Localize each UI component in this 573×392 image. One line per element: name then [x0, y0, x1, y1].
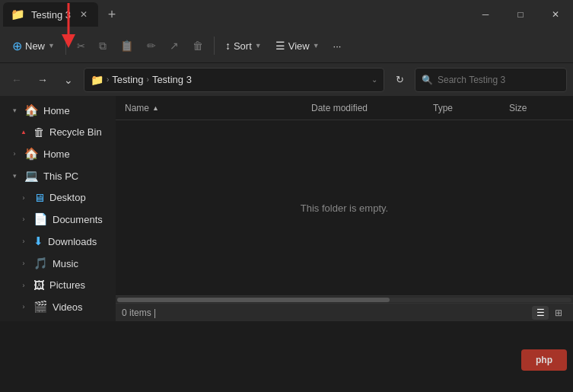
toolbar: ⊕ New ▼ ✂ ⧉ 📋 ✏ ↗ 🗑 ↕ Sort ▼ ☰ — [0, 29, 573, 62]
grid-view-icon: ⊞ — [555, 308, 562, 318]
home-expand-icon: ▾ — [9, 105, 20, 116]
title-bar: 📁 Testing 3 ✕ + ─ □ ✕ — [0, 0, 573, 29]
sidebar-item-home[interactable]: ▾ 🏠 Home — [3, 100, 113, 121]
copy-icon: ⧉ — [99, 40, 107, 53]
tab-close-button[interactable]: ✕ — [77, 8, 91, 21]
desktop-icon: 🖥 — [33, 191, 45, 204]
cut-button[interactable]: ✂ — [71, 37, 91, 55]
downloads-expand-icon: › — [18, 236, 29, 247]
col-header-name[interactable]: Name ▲ — [122, 96, 308, 120]
sidebar-item-home-label: Home — [43, 105, 70, 116]
videos-icon: 🎬 — [33, 300, 48, 314]
sidebar: ▾ 🏠 Home ▲ 🗑 Recycle Bin › 🏠 Home ▾ 💻 Th… — [0, 96, 116, 321]
documents-icon: 📄 — [33, 212, 48, 226]
status-bar: 0 items | ☰ ⊞ — [116, 303, 573, 321]
sidebar-item-home2-label: Home — [43, 148, 70, 160]
new-tab-button[interactable]: + — [101, 4, 123, 25]
path-chevron-2: › — [147, 75, 149, 84]
toolbar-separator-1 — [65, 37, 66, 55]
music-icon: 🎵 — [33, 257, 48, 270]
address-bar: ← → ⌄ 📁 › Testing › Testing 3 ⌄ ↻ 🔍 — [0, 62, 573, 96]
sidebar-item-pictures[interactable]: › 🖼 Pictures — [3, 275, 113, 295]
home2-icon: 🏠 — [24, 147, 39, 161]
main-content: ▾ 🏠 Home ▲ 🗑 Recycle Bin › 🏠 Home ▾ 💻 Th… — [0, 96, 573, 321]
more-button[interactable]: ··· — [327, 37, 348, 55]
sidebar-item-music-label: Music — [53, 258, 78, 269]
sidebar-item-downloads[interactable]: › ⬇ Downloads — [3, 231, 113, 252]
tab-folder-icon: 📁 — [11, 8, 25, 21]
php-watermark: php — [521, 349, 567, 371]
share-button[interactable]: ↗ — [164, 37, 185, 55]
refresh-button[interactable]: ↻ — [389, 69, 410, 91]
sort-icon: ↕ — [225, 40, 231, 52]
list-view-button[interactable]: ☰ — [532, 306, 549, 320]
this-pc-icon: 💻 — [24, 169, 39, 183]
pictures-icon: 🖼 — [33, 279, 45, 292]
empty-message: This folder is empty. — [301, 202, 388, 214]
refresh-icon: ↻ — [396, 74, 404, 85]
minimize-button[interactable]: ─ — [468, 0, 503, 29]
sidebar-item-pictures-label: Pictures — [49, 279, 85, 291]
desktop-expand-icon: › — [18, 193, 29, 203]
horizontal-scrollbar[interactable] — [116, 295, 573, 303]
back-icon: ← — [11, 74, 22, 86]
path-folder-icon: 📁 — [91, 74, 103, 86]
grid-view-button[interactable]: ⊞ — [550, 306, 567, 320]
path-dropdown-icon: ⌄ — [371, 75, 377, 84]
file-list: This folder is empty. — [116, 120, 573, 295]
pictures-expand-icon: › — [18, 280, 29, 291]
view-button[interactable]: ☰ View ▼ — [269, 37, 326, 55]
sidebar-item-videos[interactable]: › 🎬 Videos — [3, 296, 113, 317]
rename-icon: ✏ — [147, 40, 156, 52]
toolbar-separator-2 — [214, 37, 215, 55]
sidebar-item-recycle-bin[interactable]: ▲ 🗑 Recycle Bin — [3, 122, 113, 142]
this-pc-expand-icon: ▾ — [9, 171, 20, 181]
sidebar-item-videos-label: Videos — [53, 301, 83, 313]
sidebar-item-recycle-label: Recycle Bin — [49, 126, 102, 138]
sidebar-item-home2[interactable]: › 🏠 Home — [3, 143, 113, 164]
scrollbar-thumb[interactable] — [117, 298, 390, 302]
paste-icon: 📋 — [120, 40, 133, 52]
sidebar-item-music[interactable]: › 🎵 Music — [3, 253, 113, 274]
status-text: 0 items | — [122, 308, 156, 318]
documents-expand-icon: › — [18, 214, 29, 225]
new-label: New — [25, 40, 45, 52]
search-box[interactable]: 🔍 — [415, 68, 567, 92]
forward-button[interactable]: → — [32, 69, 53, 91]
expand-button[interactable]: ⌄ — [58, 69, 79, 91]
file-area: Name ▲ Date modified Type Size This fold… — [116, 96, 573, 321]
sort-button[interactable]: ↕ Sort ▼ — [219, 37, 268, 55]
sidebar-item-this-pc[interactable]: ▾ 💻 This PC — [3, 165, 113, 186]
view-dropdown-icon: ▼ — [313, 42, 320, 49]
column-headers: Name ▲ Date modified Type Size — [116, 96, 573, 120]
close-button[interactable]: ✕ — [538, 0, 573, 29]
cut-icon: ✂ — [77, 40, 85, 52]
window-controls: ─ □ ✕ — [468, 0, 573, 29]
copy-button[interactable]: ⧉ — [93, 37, 113, 56]
sidebar-item-desktop[interactable]: › 🖥 Desktop — [3, 187, 113, 208]
col-header-size[interactable]: Size — [506, 96, 567, 120]
maximize-button[interactable]: □ — [503, 0, 538, 29]
sidebar-item-documents[interactable]: › 📄 Documents — [3, 209, 113, 230]
col-header-type[interactable]: Type — [430, 96, 506, 120]
sort-label: Sort — [234, 40, 252, 52]
home-icon: 🏠 — [24, 104, 39, 117]
sort-dropdown-icon: ▼ — [255, 42, 262, 49]
downloads-icon: ⬇ — [33, 234, 43, 248]
new-button[interactable]: ⊕ New ▼ — [6, 36, 61, 56]
address-path[interactable]: 📁 › Testing › Testing 3 ⌄ — [84, 68, 384, 92]
active-tab[interactable]: 📁 Testing 3 ✕ — [3, 2, 98, 27]
delete-button[interactable]: 🗑 — [186, 37, 209, 55]
search-input[interactable] — [438, 75, 560, 85]
col-header-date[interactable]: Date modified — [308, 96, 430, 120]
sidebar-item-downloads-label: Downloads — [48, 236, 97, 247]
search-icon: 🔍 — [422, 75, 433, 85]
name-sort-arrow: ▲ — [152, 104, 159, 112]
tab-label: Testing 3 — [31, 9, 71, 21]
new-dropdown-icon: ▼ — [48, 42, 55, 49]
paste-button[interactable]: 📋 — [114, 37, 139, 55]
recycle-bin-icon: 🗑 — [33, 126, 45, 139]
list-view-icon: ☰ — [536, 308, 545, 318]
back-button[interactable]: ← — [6, 69, 27, 91]
rename-button[interactable]: ✏ — [141, 37, 162, 55]
